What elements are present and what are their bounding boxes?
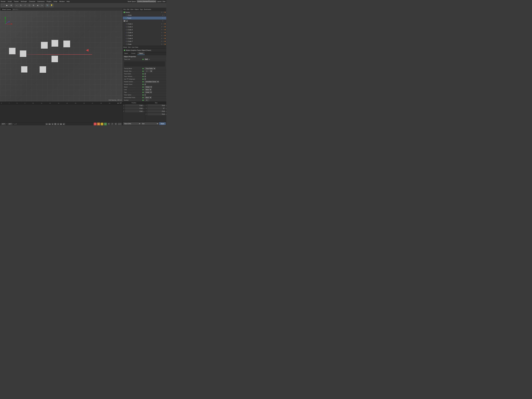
limit-select[interactable]: None (145, 89, 152, 91)
timeline-content[interactable] (0, 105, 123, 122)
tab-basic[interactable]: Basic (123, 52, 130, 55)
menu-mograph[interactable]: MoGraph (21, 1, 27, 2)
scene-item-null[interactable]: Null ☑: (123, 19, 166, 22)
btn-record[interactable]: ● (94, 123, 97, 126)
tool-render[interactable]: ⬛ (1, 3, 5, 7)
btn-prev[interactable]: ◀ (51, 123, 54, 125)
btn-keyframe[interactable]: ⬡ (101, 123, 103, 126)
scene-item-cube1[interactable]: ─⬛ Cube.1 ☑✓ (123, 22, 166, 25)
trace-active-checkbox[interactable]: ✓ (145, 73, 146, 75)
trace-vertices-checkbox[interactable]: ✓ (145, 76, 146, 77)
menu-window[interactable]: Window (59, 1, 64, 2)
btn-autokey[interactable]: AUTO (118, 123, 122, 126)
space-select[interactable]: Global (145, 86, 152, 88)
pos-y-arrows[interactable]: ▲ (143, 108, 145, 109)
tool-settings[interactable]: ⚙ (9, 3, 13, 7)
btn-prev-frame[interactable]: ◀◀ (48, 123, 51, 125)
scene-item-cube7[interactable]: ─⬛ Cube.7 ☑✓ (123, 40, 166, 43)
tool-polygon[interactable]: ⬡ (27, 3, 31, 7)
tool-light[interactable]: 💡 (50, 3, 54, 7)
btn-stop[interactable]: ■ (54, 123, 57, 125)
scene-item-cube3[interactable]: ─⬛ Cube.3 ☑✓ (123, 28, 166, 31)
close-spline-checkbox[interactable] (145, 94, 146, 96)
menu-character[interactable]: Character (29, 1, 35, 2)
menu-sculpt[interactable]: Sculpt (8, 1, 12, 2)
end-frame-input[interactable] (8, 123, 13, 125)
node-space-select[interactable]: Current (Standard/Physical) (137, 0, 156, 2)
scene-menu-object[interactable]: Object (134, 9, 139, 10)
sample-step-unit[interactable] (150, 70, 152, 72)
size-z-arrows[interactable]: ▲ (166, 114, 166, 115)
tool-mograph[interactable]: ◈ (36, 3, 40, 7)
frame-unit-arrows[interactable]: ▲▼ (14, 123, 17, 125)
props-menu-edit[interactable]: Edit (128, 46, 131, 48)
tool-spline[interactable]: ∿ (40, 3, 44, 7)
btn-goto-end[interactable]: ▶| (63, 123, 65, 125)
menu-script[interactable]: Script (54, 1, 57, 2)
scene-item-cube2[interactable]: ─⬛ Cube.2 ☑✓ (123, 25, 166, 28)
cube-mid-top-right[interactable] (51, 40, 58, 47)
scene-item-tracer[interactable]: ─● Tracer ☑✓ (123, 17, 166, 19)
cube-mid-right[interactable] (63, 40, 70, 47)
menu-tracker[interactable]: Tracker (14, 1, 19, 2)
scene-menu-edit[interactable]: Edit (127, 9, 129, 10)
props-menu-mode[interactable]: Mode (123, 46, 127, 48)
cube-left-bot[interactable] (21, 66, 27, 73)
btn-motion-clips[interactable]: P (111, 123, 114, 126)
btn-goto-start[interactable]: |◀ (45, 123, 48, 125)
cube-lower-mid2[interactable] (40, 66, 46, 73)
scene-item-circle[interactable]: ─◯ Circle ☑✓ (123, 14, 166, 17)
size-x-input[interactable] (147, 105, 165, 107)
viewport[interactable]: Default Camera ⊞ ⊕ ↺ ◻ (0, 8, 123, 101)
btn-grid-view[interactable]: ⊞ (114, 123, 117, 126)
tracing-mode-select[interactable]: Trace Paths (145, 67, 156, 70)
pos-z-arrows[interactable]: ▲ (143, 111, 145, 112)
sample-step-input[interactable] (145, 70, 149, 72)
tool-deform[interactable]: ⚙ (32, 3, 36, 7)
tab-coord[interactable]: Coord. (130, 52, 137, 55)
cube-left-mid[interactable] (20, 51, 26, 57)
size-y-arrows[interactable]: ▲ (166, 111, 166, 112)
scene-item-sweep[interactable]: Sweep ☑✓ (123, 11, 166, 14)
scene-item-cube[interactable]: ─⬛ Cube ☑✓ (123, 43, 166, 46)
scene-item-cube4[interactable]: ─⬛ Cube.4 ☑✓ (123, 31, 166, 34)
menu-plugins[interactable]: Plugins (47, 1, 51, 2)
cube-mid-top-left[interactable] (41, 42, 48, 49)
scene-menu-view[interactable]: View (130, 9, 133, 10)
trace-link-drop-area[interactable] (124, 61, 165, 67)
btn-record-auto[interactable]: ● (97, 123, 100, 126)
pos-x-arrows[interactable]: ▲ (143, 105, 145, 106)
menu-extensions[interactable]: Extensions (38, 1, 44, 2)
tool-play[interactable]: ▶ (5, 3, 9, 7)
size-h-arrows[interactable]: ▲ (166, 108, 166, 109)
pos-z-input[interactable] (125, 110, 143, 112)
use-tp-checkbox[interactable]: ✓ (145, 78, 146, 80)
tool-move[interactable]: ↔ (15, 3, 19, 7)
scene-menu-tags[interactable]: Tags (140, 9, 143, 10)
pos-x-input[interactable] (125, 105, 143, 107)
intermediate-points-select[interactable]: None (145, 96, 152, 99)
size-mode-select[interactable]: Size Scale (141, 122, 159, 125)
btn-next[interactable]: ▶▶ (60, 123, 62, 125)
coord-mode-select[interactable]: Object (Rel) World Local (123, 122, 141, 125)
tool-scale[interactable]: ⤢ (23, 3, 27, 7)
trace-link-icon[interactable]: ⊙ (149, 59, 150, 60)
cube-left-top[interactable] (9, 48, 16, 54)
cube-lower-mid[interactable] (51, 56, 58, 62)
size-y-input[interactable] (147, 110, 165, 112)
size-x-arrows[interactable]: ▲ (166, 105, 166, 106)
scene-item-cube6[interactable]: ─⬛ Cube.6 ☑✓ (123, 37, 166, 40)
tab-object[interactable]: Object (137, 52, 145, 55)
apply-button[interactable]: Apply (159, 122, 166, 125)
menu-render[interactable]: Render (1, 1, 6, 2)
include-cloner-checkbox[interactable]: ✓ (145, 84, 146, 85)
scene-item-cube5[interactable]: ─⬛ Cube.5 ☑✓ (123, 34, 166, 37)
scene-menu-bookmarks[interactable]: Bookmarks (144, 9, 151, 10)
handle-cloners-select[interactable]: Immediate Clones (145, 81, 159, 83)
type-select[interactable]: Linear (145, 91, 152, 93)
btn-play-forward[interactable]: ▶ (57, 123, 59, 125)
start-frame-input[interactable] (1, 123, 6, 125)
size-z-input[interactable] (147, 113, 165, 115)
scene-menu-file[interactable]: File (123, 9, 126, 10)
props-menu-userdata[interactable]: User Data (132, 46, 138, 48)
